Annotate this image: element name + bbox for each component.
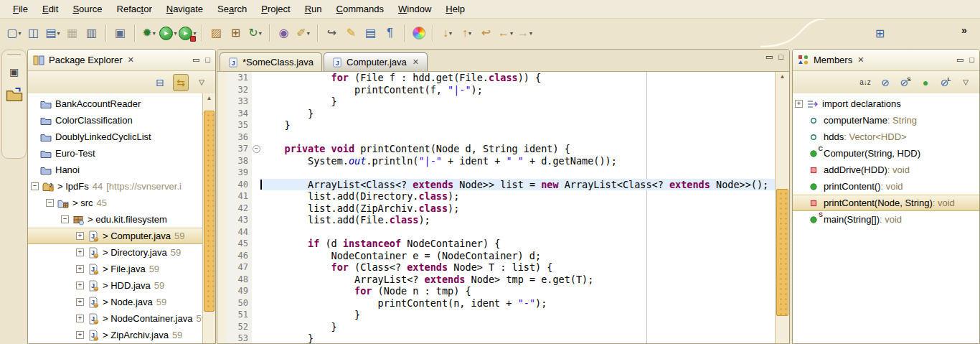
tree-item--hdd-java[interactable]: +J> HDD.java59 (28, 277, 203, 294)
show-public-icon[interactable]: ● (918, 75, 933, 90)
member-item-adddrive-hdd-[interactable]: addDrive(HDD) : void (793, 162, 979, 178)
last-edit-location-icon[interactable]: ↩ (476, 24, 496, 43)
members-title[interactable]: Members (814, 55, 852, 65)
whitespace-icon[interactable]: ¶ (380, 24, 400, 43)
maximize-icon[interactable]: □ (205, 55, 210, 65)
code-text[interactable]: private void printContent(Node d, String… (261, 143, 776, 155)
code-line-32[interactable]: 32 printContent(f, "|-"); (227, 84, 776, 96)
code-line-50[interactable]: 50 printContent(n, ident + "-"); (227, 297, 776, 310)
expander-icon[interactable]: + (76, 315, 84, 322)
code-text[interactable]: } (261, 321, 776, 333)
scroll-up-icon[interactable]: ▲ (203, 93, 215, 103)
back-icon[interactable]: ←▾ (496, 24, 515, 43)
scroll-up-icon[interactable]: ▲ (776, 72, 789, 82)
expander-icon[interactable]: − (61, 215, 69, 223)
new-package-icon[interactable]: ⊞ (226, 24, 245, 43)
expander-icon[interactable]: + (76, 265, 84, 273)
goto-marker-icon[interactable]: ↪ (322, 24, 341, 43)
dropdown-arrow-icon[interactable]: ▾ (468, 30, 471, 37)
expander-icon[interactable]: + (76, 331, 84, 339)
code-line-48[interactable]: 48 ArrayList<? extends Node> tmp = e.get… (227, 274, 776, 286)
code-text[interactable]: printContent(f, "|-"); (261, 84, 776, 96)
hide-local-types-icon[interactable]: ⊘L (938, 75, 953, 90)
code-text[interactable]: } (261, 108, 776, 120)
close-icon[interactable]: ✕ (857, 55, 864, 65)
menu-project[interactable]: Project (254, 1, 297, 17)
menu-edit[interactable]: Edit (35, 1, 65, 17)
member-item-printcontent-[interactable]: printContent() : void (793, 178, 979, 195)
code-text[interactable]: System.out.println("|-" + ident + " " + … (261, 155, 776, 167)
code-line-36[interactable]: 36 (227, 131, 776, 144)
expander-icon[interactable]: + (795, 100, 803, 108)
code-line-31[interactable]: 31 for (File f : hdd.get(File.class)) { (227, 72, 776, 84)
maximize-icon[interactable]: □ (969, 55, 974, 65)
menu-source[interactable]: Source (65, 1, 109, 17)
tree-item--node-java[interactable]: +J> Node.java59 (28, 294, 203, 310)
code-line-51[interactable]: 51 } (227, 309, 776, 321)
member-item-import-declarations[interactable]: +import declarations (793, 96, 979, 112)
scrollbar-thumb[interactable] (776, 189, 788, 316)
show-source-icon[interactable]: ▤ (361, 24, 380, 43)
member-item-printcontent-node-string-[interactable]: printContent(Node, String) : void (793, 195, 979, 211)
sort-icon[interactable]: a↓z (858, 75, 872, 90)
code-text[interactable]: list.add(File.class); (261, 214, 776, 226)
open-perspective-icon[interactable]: ⊞ (870, 24, 890, 43)
code-line-49[interactable]: 49 for (Node n : tmp) { (227, 285, 776, 297)
prev-annotation-icon[interactable]: ↑▾ (457, 24, 476, 43)
tree-item-bankaccountreader[interactable]: BankAccountReader (28, 96, 203, 112)
expander-icon[interactable]: − (31, 182, 39, 190)
dropdown-arrow-icon[interactable]: ▾ (259, 30, 262, 37)
code-line-42[interactable]: 42 list.add(ZipArchiv.class); (227, 203, 776, 215)
highlight-icon[interactable]: ✎ (341, 24, 361, 43)
code-text[interactable]: } (261, 333, 776, 343)
minimize-icon[interactable]: ▭ (765, 52, 773, 62)
code-text[interactable]: if (d instanceof NodeContainer) { (261, 238, 776, 250)
collapse-all-icon[interactable]: ⊟ (153, 75, 167, 90)
maximize-icon[interactable]: □ (778, 52, 783, 62)
code-line-33[interactable]: 33 } (227, 96, 776, 108)
code-line-53[interactable]: 53 } (227, 333, 776, 343)
tree-item-doublylinkedcycliclist[interactable]: DoublyLinkedCyclicList (28, 129, 203, 145)
tree-item--ziparchiv-java[interactable]: +J> ZipArchiv.java59 (28, 327, 203, 343)
close-icon[interactable]: ✕ (413, 57, 419, 67)
menu-help[interactable]: Help (438, 1, 472, 17)
editor-scrollbar[interactable]: ▲ (775, 72, 789, 343)
code-line-45[interactable]: 45 if (d instanceof NodeContainer) { (227, 238, 776, 250)
color-picker-icon[interactable] (409, 24, 428, 43)
tree-item-euro-test[interactable]: Euro-Test (28, 145, 203, 162)
code-line-44[interactable]: 44 (227, 226, 776, 238)
code-text[interactable] (261, 226, 776, 238)
print-icon[interactable]: ▥ (82, 24, 101, 43)
menu-window[interactable]: Window (391, 1, 438, 17)
code-text[interactable]: for (Class<? extends Node> T : list) { (261, 261, 776, 274)
new-class-icon[interactable]: ◫ (24, 24, 43, 43)
code-text[interactable]: ArrayList<? extends Node> tmp = e.get(T)… (261, 274, 776, 286)
code-text[interactable]: list.add(ZipArchiv.class); (261, 203, 776, 215)
tree-item-hanoi[interactable]: Hanoi (28, 162, 203, 178)
code-text[interactable]: } (261, 119, 776, 131)
menu-search[interactable]: Search (210, 1, 254, 17)
member-item-computername[interactable]: computerName : String (793, 112, 979, 129)
run-external-icon[interactable]: ►▾ (178, 24, 197, 43)
code-editor[interactable]: 31 for (File f : hdd.get(File.class)) {3… (217, 72, 776, 343)
code-text[interactable]: } (261, 309, 776, 321)
code-line-46[interactable]: 46 NodeContainer e = (NodeContainer) d; (227, 250, 776, 262)
fold-collapse-icon[interactable]: − (253, 145, 260, 153)
hide-static-icon[interactable]: ⊘S (898, 75, 913, 90)
code-text[interactable]: NodeContainer e = (NodeContainer) d; (261, 250, 776, 262)
code-text[interactable] (261, 131, 776, 144)
import-wizard-icon[interactable]: ▨ (207, 24, 226, 43)
dropdown-arrow-icon[interactable]: ▾ (174, 30, 176, 37)
tree-item-colorclassification[interactable]: ColorClassification (28, 112, 203, 129)
editor-tab-computer-java[interactable]: JComputer.java✕ (324, 52, 428, 71)
open-type-icon[interactable]: ◉ (274, 24, 293, 43)
close-icon[interactable]: ✕ (128, 55, 134, 65)
new-view-icon[interactable]: ▤▾ (43, 24, 62, 43)
restore-view-icon[interactable]: ▣ (6, 63, 23, 80)
refresh-icon[interactable]: ↻▾ (245, 24, 265, 43)
dropdown-arrow-icon[interactable]: ▾ (510, 30, 513, 37)
package-explorer-scrollbar[interactable]: ▲ (202, 93, 215, 343)
dropdown-arrow-icon[interactable]: ▾ (307, 30, 310, 37)
code-text[interactable]: ArrayList<Class<? extends Node>> list = … (261, 179, 776, 191)
new-wizard-icon[interactable]: ▢▾ (4, 24, 24, 43)
